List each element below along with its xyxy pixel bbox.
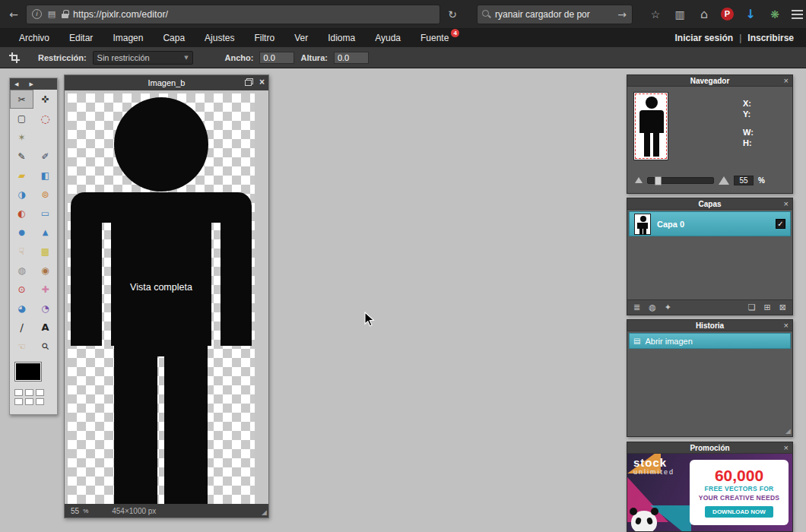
- menu-fuente[interactable]: Fuente 4: [411, 33, 459, 43]
- tool-sponge[interactable]: ▩: [33, 242, 57, 261]
- delete-layer-icon[interactable]: ⊠: [779, 302, 786, 312]
- foreground-color-swatch[interactable]: [14, 362, 42, 382]
- figure-right-arm: [221, 221, 252, 346]
- layer-mask-icon[interactable]: ◍: [649, 302, 656, 312]
- tool-gradient[interactable]: ◑: [10, 185, 33, 204]
- tool-dodge[interactable]: ◍: [10, 261, 33, 280]
- height-input[interactable]: [334, 52, 369, 64]
- tool-move[interactable]: ✜: [33, 90, 57, 109]
- tool-clone-stamp[interactable]: ⊚: [33, 185, 57, 204]
- menu-idioma[interactable]: Idioma: [318, 33, 365, 43]
- search-input[interactable]: [495, 9, 613, 20]
- width-input[interactable]: [259, 52, 294, 64]
- menu-filtro[interactable]: Filtro: [244, 33, 284, 43]
- tool-sharpen[interactable]: ▲: [33, 223, 57, 242]
- prev-tools-icon[interactable]: ◀: [14, 81, 18, 87]
- navigator-zoom-value[interactable]: 55: [734, 176, 754, 185]
- new-layer-icon[interactable]: ❏: [748, 302, 756, 312]
- history-header[interactable]: Historia ×: [627, 320, 792, 331]
- document-title-bar[interactable]: Imagen_b ×: [65, 75, 268, 90]
- swatch-palette-icon[interactable]: [14, 389, 52, 405]
- history-close-icon[interactable]: ×: [784, 320, 789, 331]
- menu-ayuda[interactable]: Ayuda: [365, 33, 411, 43]
- tool-marquee[interactable]: ▢: [10, 109, 33, 128]
- menu-editar[interactable]: Editar: [59, 33, 103, 43]
- layers-close-icon[interactable]: ×: [784, 198, 789, 210]
- tool-brush[interactable]: ✐: [33, 147, 57, 166]
- menu-capa[interactable]: Capa: [153, 33, 195, 43]
- signin-link[interactable]: Iniciar sesión: [674, 33, 733, 43]
- transparency-checkerboard[interactable]: Vista completa: [68, 93, 255, 508]
- tool-wand[interactable]: ✶: [10, 128, 33, 147]
- navigator-header[interactable]: Navegador ×: [627, 75, 792, 87]
- back-icon[interactable]: ←: [6, 8, 21, 21]
- search-bar[interactable]: →: [477, 5, 633, 24]
- menu-imagen[interactable]: Imagen: [103, 33, 153, 43]
- zoom-value[interactable]: 55: [71, 507, 79, 515]
- close-window-icon[interactable]: ×: [259, 78, 265, 87]
- layer-row[interactable]: Capa 0 ✓: [629, 211, 791, 236]
- tool-lasso[interactable]: ◌: [33, 109, 57, 128]
- layer-styles-icon[interactable]: ✦: [665, 302, 671, 312]
- history-resize-grip[interactable]: ◢: [785, 428, 791, 435]
- tool-bloat[interactable]: ◕: [10, 299, 33, 318]
- tool-colorpicker[interactable]: ∕: [10, 318, 33, 337]
- ad-text-box[interactable]: 60,000 FREE VECTORS FOR YOUR CREATIVE NE…: [690, 460, 789, 525]
- tool-palette-header: ◀ ▶: [10, 78, 57, 90]
- document-status-bar: 55 % 454×1000 px ◢: [65, 504, 268, 518]
- library-icon[interactable]: ▥: [672, 8, 687, 21]
- layer-name[interactable]: Capa 0: [657, 220, 684, 229]
- search-go-icon[interactable]: →: [617, 8, 627, 21]
- restore-window-icon[interactable]: [245, 78, 253, 86]
- download-now-button[interactable]: DOWNLOAD NOW: [705, 506, 773, 518]
- window-resize-grip[interactable]: ◢: [262, 509, 267, 516]
- promo-ad[interactable]: stock unlimited 60,000 FREE VECTORS FOR …: [627, 454, 792, 531]
- document-canvas[interactable]: Vista completa: [65, 90, 268, 504]
- reader-mode-icon[interactable]: ▤: [46, 9, 57, 19]
- tool-crop[interactable]: ✂: [10, 90, 33, 109]
- next-tools-icon[interactable]: ▶: [29, 81, 33, 87]
- navigator-close-icon[interactable]: ×: [784, 75, 789, 87]
- tool-draw[interactable]: ▭: [33, 204, 57, 223]
- promo-close-icon[interactable]: ×: [784, 442, 789, 454]
- tool-spot-heal[interactable]: ✚: [33, 280, 57, 299]
- tool-red-eye[interactable]: ⊙: [10, 280, 33, 299]
- history-item[interactable]: ▤ Abrir imagen: [629, 333, 791, 349]
- tool-color-replace[interactable]: ◐: [10, 204, 33, 223]
- layer-thumbnail[interactable]: [634, 214, 651, 235]
- bookmark-star-icon[interactable]: ☆: [648, 8, 663, 21]
- reload-icon[interactable]: ↻: [445, 8, 460, 21]
- zoom-slider[interactable]: [647, 177, 714, 184]
- navigator-view-rect[interactable]: [635, 93, 667, 159]
- zoom-in-icon[interactable]: [719, 176, 729, 185]
- menu-icon[interactable]: [792, 10, 803, 19]
- url-bar[interactable]: i ▤ https://pixlr.com/editor/: [26, 5, 440, 24]
- layers-header[interactable]: Capas ×: [627, 198, 792, 210]
- menu-archivo[interactable]: Archivo: [9, 33, 59, 43]
- restriction-select[interactable]: Sin restricción ▼: [93, 51, 193, 65]
- menu-ver[interactable]: Ver: [284, 33, 318, 43]
- info-icon[interactable]: i: [32, 9, 42, 19]
- tool-pinch[interactable]: ◔: [33, 299, 57, 318]
- tool-paint-bucket[interactable]: ◧: [33, 166, 57, 185]
- zoom-slider-handle[interactable]: [655, 176, 662, 185]
- zoom-out-icon[interactable]: [635, 177, 643, 183]
- add-layer-icon[interactable]: ⊞: [764, 302, 771, 312]
- pinterest-icon[interactable]: P: [721, 8, 734, 21]
- layer-settings-icon[interactable]: ≣: [633, 302, 640, 312]
- tool-blur[interactable]: ●: [10, 223, 33, 242]
- navigator-thumbnail[interactable]: [633, 92, 668, 160]
- register-link[interactable]: Inscribirse: [747, 33, 794, 43]
- menu-ajustes[interactable]: Ajustes: [195, 33, 244, 43]
- tool-hand[interactable]: ☜: [10, 337, 33, 356]
- url-text[interactable]: https://pixlr.com/editor/: [73, 9, 168, 20]
- tool-eraser[interactable]: ▰: [10, 166, 33, 185]
- download-icon[interactable]: ↓: [743, 7, 758, 21]
- tool-burn[interactable]: ◉: [33, 261, 57, 280]
- home-icon[interactable]: ⌂: [697, 7, 712, 21]
- tool-pencil[interactable]: ✎: [10, 147, 33, 166]
- layer-visibility-checkbox[interactable]: ✓: [776, 219, 785, 229]
- promo-header[interactable]: Promoción ×: [627, 442, 792, 454]
- tool-smudge[interactable]: ☟: [10, 242, 33, 261]
- extension-icon[interactable]: ❋: [767, 8, 782, 21]
